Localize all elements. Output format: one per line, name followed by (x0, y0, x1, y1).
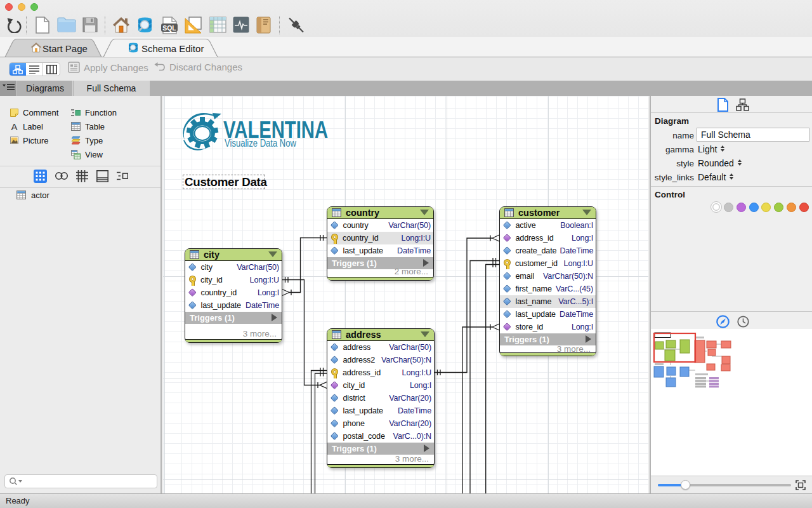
svg-text:Visualize Data Now: Visualize Data Now (225, 137, 296, 149)
svg-text:A: A (11, 123, 17, 131)
svg-text:SQL: SQL (162, 24, 176, 32)
svg-text:Start Page: Start Page (43, 43, 88, 54)
svg-text:Schema Editor: Schema Editor (141, 43, 204, 54)
